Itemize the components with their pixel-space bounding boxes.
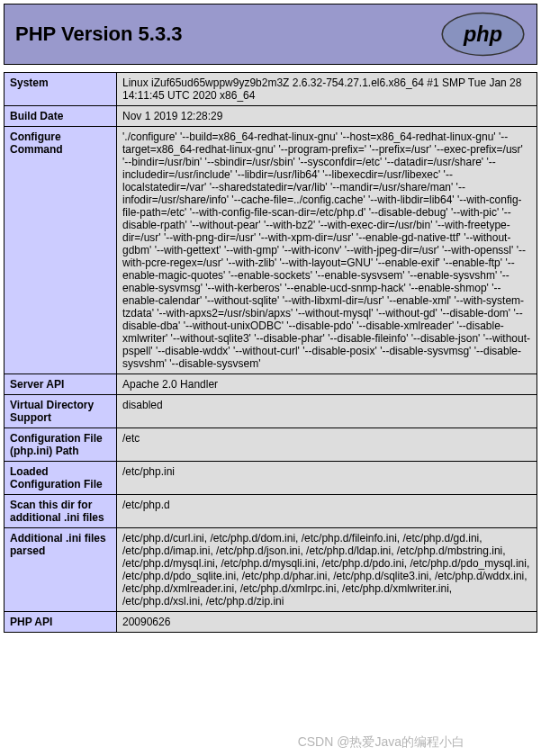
row-label: Configuration File (php.ini) Path	[5, 428, 117, 462]
row-value: /etc/php.d/curl.ini, /etc/php.d/dom.ini,…	[117, 528, 537, 612]
table-row: Virtual Directory Support disabled	[5, 395, 537, 428]
row-label: Scan this dir for additional .ini files	[5, 495, 117, 528]
row-value: 20090626	[117, 612, 537, 633]
row-label: PHP API	[5, 612, 117, 633]
table-row: Configuration File (php.ini) Path /etc	[5, 428, 537, 462]
row-label: Server API	[5, 374, 117, 395]
page-header: PHP Version 5.3.3 php	[4, 4, 537, 65]
row-label: Build Date	[5, 106, 117, 127]
row-value: /etc/php.ini	[117, 462, 537, 495]
row-value: Linux iZuf65ud65wppw9yz9b2m3Z 2.6.32-754…	[117, 73, 537, 106]
table-row: Build Date Nov 1 2019 12:28:29	[5, 106, 537, 127]
php-logo: php	[440, 12, 526, 57]
info-table: System Linux iZuf65ud65wppw9yz9b2m3Z 2.6…	[4, 72, 537, 633]
row-value: /etc/php.d	[117, 495, 537, 528]
row-label: Additional .ini files parsed	[5, 528, 117, 612]
table-row: System Linux iZuf65ud65wppw9yz9b2m3Z 2.6…	[5, 73, 537, 106]
table-row: Configure Command './configure' '--build…	[5, 127, 537, 374]
row-value: './configure' '--build=x86_64-redhat-lin…	[117, 127, 537, 374]
row-label: Configure Command	[5, 127, 117, 374]
table-row: Loaded Configuration File /etc/php.ini	[5, 462, 537, 495]
row-value: disabled	[117, 395, 537, 428]
table-row: Server API Apache 2.0 Handler	[5, 374, 537, 395]
row-label: Loaded Configuration File	[5, 462, 117, 495]
table-row: Scan this dir for additional .ini files …	[5, 495, 537, 528]
table-row: PHP API 20090626	[5, 612, 537, 633]
page-title: PHP Version 5.3.3	[15, 22, 182, 46]
svg-text:php: php	[463, 22, 502, 46]
table-row: Additional .ini files parsed /etc/php.d/…	[5, 528, 537, 612]
row-value: Apache 2.0 Handler	[117, 374, 537, 395]
row-value: Nov 1 2019 12:28:29	[117, 106, 537, 127]
row-value: /etc	[117, 428, 537, 462]
row-label: Virtual Directory Support	[5, 395, 117, 428]
row-label: System	[5, 73, 117, 106]
